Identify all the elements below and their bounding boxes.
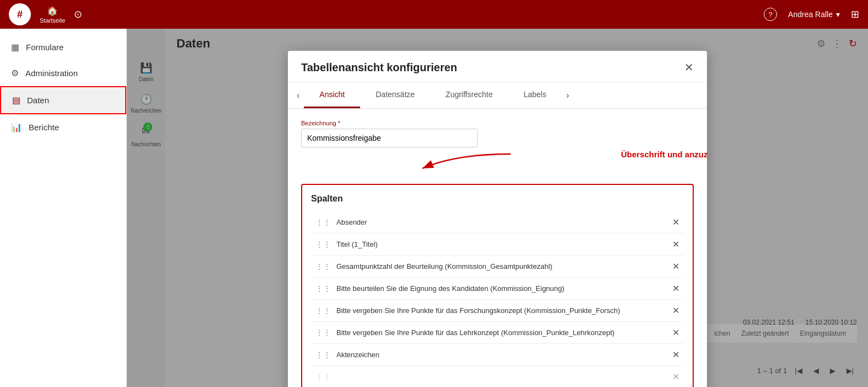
col-label: Titel (1_Titel) — [336, 240, 378, 248]
sidebar-item-label: Berichte — [29, 123, 59, 132]
bezeichnung-input[interactable] — [301, 129, 478, 147]
col-row-gesamtpunktzahl: ⋮⋮ Gesamtpunktzahl der Beurteilung (Komm… — [311, 256, 684, 278]
col-label: Gesamtpunktzahl der Beurteilung (Kommiss… — [336, 262, 553, 271]
dialog: Tabellenansicht konfigurieren ✕ ‹ Ansich… — [288, 51, 707, 387]
col-label: Aktenzeichen — [336, 351, 379, 359]
annotation-container: Überschrift und anzuzeigende Daten festl… — [301, 147, 694, 175]
col-row-more: ⋮⋮ ✕ — [311, 366, 684, 387]
main-content: 💾 Daten 🕐 Nachreichen ✉ 0 Nachrichten Da… — [127, 29, 868, 387]
drag-handle-icon[interactable]: ⋮⋮ — [315, 240, 331, 249]
col-row-lehrkonzept: ⋮⋮ Bitte vergeben Sie Ihre Punkte für da… — [311, 322, 684, 344]
annotation-arrow — [356, 147, 522, 175]
remove-col-more-button[interactable]: ✕ — [672, 372, 679, 382]
reports-icon: 📊 — [11, 122, 22, 132]
drag-handle-icon[interactable]: ⋮⋮ — [315, 351, 331, 359]
home-icon: 🏠 — [47, 6, 58, 16]
sidebar-item-daten[interactable]: ▤ Daten — [0, 86, 126, 114]
modal-overlay: Tabellenansicht konfigurieren ✕ ‹ Ansich… — [127, 29, 868, 387]
logo[interactable]: # — [9, 3, 31, 25]
col-row-titel: ⋮⋮ Titel (1_Titel) ✕ — [311, 234, 684, 256]
navbar-right: ? Andrea Ralle ▾ ⊞ — [764, 8, 859, 21]
col-row-eignung: ⋮⋮ Bitte beurteilen Sie die Eignung des … — [311, 278, 684, 300]
tab-prev-arrow[interactable]: ‹ — [292, 85, 304, 106]
target-icon[interactable]: ⊙ — [74, 8, 82, 20]
remove-col-lehrkonzept-button[interactable]: ✕ — [672, 327, 679, 338]
bezeichnung-field: Bezeichnung * — [301, 120, 694, 147]
tab-zugriffsrechte[interactable]: Zugriffsrechte — [430, 82, 508, 108]
gear-icon: ⚙ — [11, 68, 19, 78]
navbar-left: # 🏠 Startseite ⊙ — [9, 3, 82, 25]
user-name: Andrea Ralle — [788, 10, 833, 19]
user-menu[interactable]: Andrea Ralle ▾ — [788, 10, 840, 19]
home-button[interactable]: 🏠 Startseite — [40, 6, 65, 24]
col-label: Bitte beurteilen Sie die Eignung des Kan… — [336, 284, 564, 293]
remove-col-eignung-button[interactable]: ✕ — [672, 283, 679, 294]
drag-handle-icon[interactable]: ⋮⋮ — [315, 284, 331, 293]
help-button[interactable]: ? — [764, 8, 777, 21]
sidebar-item-label: Formulare — [26, 43, 63, 52]
drag-handle-icon[interactable]: ⋮⋮ — [315, 328, 331, 337]
sidebar-item-label: Daten — [27, 96, 49, 105]
data-icon: ▤ — [12, 95, 20, 105]
dialog-header: Tabellenansicht konfigurieren ✕ — [288, 51, 707, 82]
annotation-text: Überschrift und anzuzeigende Daten festl… — [621, 150, 707, 159]
forms-icon: ▦ — [11, 42, 19, 52]
dialog-body: Bezeichnung * Überschrift und anzuzeigen… — [288, 109, 707, 387]
sidebar-item-label: Administration — [25, 68, 78, 78]
tab-ansicht[interactable]: Ansicht — [304, 82, 360, 108]
remove-col-gesamtpunktzahl-button[interactable]: ✕ — [672, 261, 679, 272]
dialog-tabs: ‹ Ansicht Datensätze Zugriffsrechte Labe… — [288, 82, 707, 109]
tab-datensaetze[interactable]: Datensätze — [360, 82, 430, 108]
apps-grid-icon[interactable]: ⊞ — [851, 8, 859, 20]
close-button[interactable]: ✕ — [684, 61, 694, 74]
drag-handle-icon[interactable]: ⋮⋮ — [315, 262, 331, 271]
tab-next-arrow[interactable]: › — [562, 85, 574, 106]
col-row-forsch: ⋮⋮ Bitte vergeben Sie Ihre Punkte für da… — [311, 300, 684, 322]
remove-col-titel-button[interactable]: ✕ — [672, 239, 679, 250]
col-label: Absender — [336, 218, 367, 226]
sidebar-item-berichte[interactable]: 📊 Berichte — [0, 114, 126, 140]
col-row-aktenzeichen: ⋮⋮ Aktenzeichen ✕ — [311, 344, 684, 366]
dialog-title: Tabellenansicht konfigurieren — [301, 61, 457, 74]
spalten-box: Spalten ⋮⋮ Absender ✕ ⋮⋮ Titel (1_Ti — [301, 184, 694, 387]
sidebar: ▦ Formulare ⚙ Administration ▤ Daten 📊 B… — [0, 29, 127, 387]
navbar: # 🏠 Startseite ⊙ ? Andrea Ralle ▾ ⊞ — [0, 0, 868, 29]
col-row-absender: ⋮⋮ Absender ✕ — [311, 211, 684, 234]
tab-labels[interactable]: Labels — [508, 82, 561, 108]
drag-handle-icon[interactable]: ⋮⋮ — [315, 306, 331, 315]
drag-handle-icon[interactable]: ⋮⋮ — [315, 218, 331, 227]
remove-col-absender-button[interactable]: ✕ — [672, 217, 679, 227]
chevron-down-icon: ▾ — [836, 10, 840, 19]
col-label: Bitte vergeben Sie Ihre Punkte für das L… — [336, 328, 614, 337]
sidebar-item-formulare[interactable]: ▦ Formulare — [0, 34, 126, 60]
remove-col-aktenzeichen-button[interactable]: ✕ — [672, 349, 679, 360]
sidebar-item-administration[interactable]: ⚙ Administration — [0, 60, 126, 86]
spalten-title: Spalten — [311, 194, 684, 204]
col-label: Bitte vergeben Sie Ihre Punkte für das F… — [336, 306, 620, 315]
remove-col-forsch-button[interactable]: ✕ — [672, 305, 679, 316]
drag-handle-icon[interactable]: ⋮⋮ — [315, 373, 331, 381]
